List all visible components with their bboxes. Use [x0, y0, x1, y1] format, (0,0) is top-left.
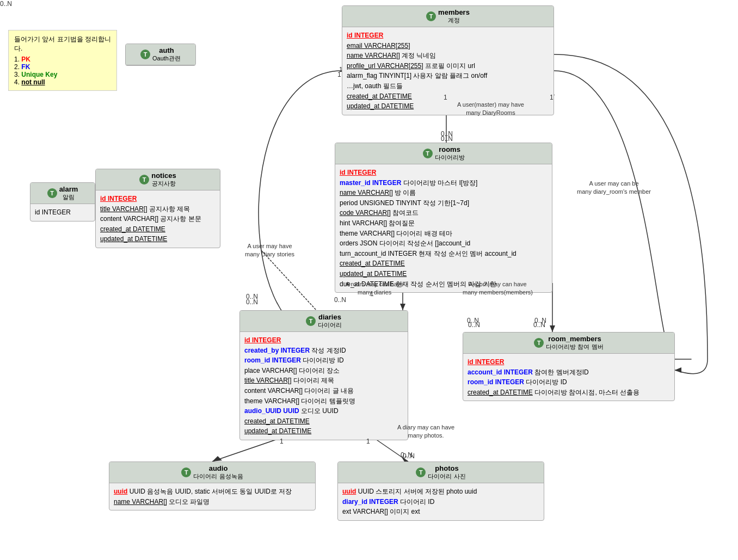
notices-title: notices [151, 171, 176, 180]
audio-badge: T [181, 467, 191, 477]
svg-marker-10 [212, 456, 222, 461]
rooms-field-6: hint VARCHAR[] 참여질문 [340, 218, 548, 229]
diaries-field-2: created_by INTEGER 작성 계정ID [244, 346, 403, 356]
rel-label-4: A room may can havemany members(members) [463, 280, 533, 297]
notices-field-1: id INTEGER [100, 194, 216, 204]
alarm-header: T alarm 알림 [30, 183, 95, 204]
entity-notices: T notices 공지사항 id INTEGER title VARCHAR[… [95, 169, 220, 248]
legend-pk: PK [21, 56, 30, 63]
rel-label-5: A user may can bemany diary_room's membe… [577, 180, 651, 196]
rel-label-2: A user may havemany Diary stories [245, 242, 294, 259]
legend-fk: FK [21, 63, 30, 71]
legend-nn: not null [21, 78, 45, 86]
notices-subtitle: 공지사항 [151, 180, 176, 188]
svg-line-6 [554, 71, 675, 359]
photos-field-3: ext VARCHAR[] 이미지 ext [342, 507, 539, 517]
diaries-subtitle: 다이어리 [318, 321, 342, 329]
svg-marker-2 [400, 304, 405, 310]
card-1-rooms-diaries: 1 [370, 290, 374, 298]
diaries-field-5: title VARCHAR[] 다이어리 제목 [244, 376, 403, 386]
photos-title: photos [435, 464, 458, 472]
card-0n-rooms: 0..N [441, 135, 453, 143]
rooms-field-9: turn_account_id INTEGER 현재 작성 순서인 멤버 acc… [340, 249, 548, 259]
audio-title: audio [209, 464, 228, 472]
rooms-field-4: period UNSIGNED TINYINT 작성 기한[1~7d] [340, 198, 548, 208]
room-members-field-1: id INTEGER [468, 357, 670, 367]
audio-field-1: uuid UUID 음성녹음 UUID, static 서버에도 동일 UUID… [114, 487, 311, 497]
auth-title: auth [159, 46, 174, 54]
photos-subtitle: 다이어리 사진 [428, 472, 465, 481]
notices-body: id INTEGER title VARCHAR[] 공지사항 제목 conte… [96, 190, 220, 248]
notices-field-3: content VARCHAR[] 공지사항 본문 [100, 214, 216, 224]
rooms-field-2: master_id INTEGER 다이어리방 마스터 I[방장] [340, 178, 548, 188]
card-0n-room-members1: 0..N [468, 321, 480, 329]
room-members-field-2: account_id INTEGER 참여한 멤버계정ID [468, 367, 670, 378]
notices-field-4: created_at DATETIME [100, 224, 216, 235]
alarm-body: id INTEGER [30, 204, 95, 221]
rooms-body: id INTEGER master_id INTEGER 다이어리방 마스터 I… [335, 164, 552, 292]
rooms-header: T rooms 다이어리방 [335, 143, 552, 164]
entity-alarm: T alarm 알림 id INTEGER [30, 182, 95, 221]
audio-body: uuid UUID 음성녹음 UUID, static 서버에도 동일 UUID… [109, 483, 315, 510]
alarm-field-1: id INTEGER [35, 207, 90, 218]
diaries-field-4: place VARCHAR[] 다이어리 장소 [244, 366, 403, 376]
notices-header: T notices 공지사항 [96, 169, 220, 190]
card-0n-diaries: 0..N [0, 0, 12, 8]
svg-marker-4 [550, 325, 555, 332]
diaries-field-10: updated_at DATETIME [244, 426, 403, 436]
diaries-title: diaries [318, 313, 341, 321]
svg-marker-7 [675, 367, 681, 373]
diaries-field-8: audio_UUID UUID 오디오 UUID [244, 406, 403, 416]
room-members-title: room_members [548, 335, 601, 343]
card-0n-room-members2: 0..N [533, 321, 545, 329]
diaries-body: id INTEGER created_by INTEGER 작성 계정ID ro… [240, 332, 408, 440]
rel-label-3: A room may can havemany diaries [346, 280, 403, 297]
audio-subtitle: 다이어리 음성녹음 [193, 472, 243, 481]
rooms-field-11: updated_at DATETIME [340, 269, 548, 279]
room-members-body: id INTEGER account_id INTEGER 참여한 멤버계정ID… [463, 354, 674, 401]
diaries-field-6: content VARCHAR[] 다이어리 글 내용 [244, 386, 403, 396]
card-1-members-rooms: 1 [337, 71, 341, 78]
photos-header: T photos 다이어리 사진 [338, 462, 544, 483]
rooms-badge: T [423, 149, 433, 158]
auth-subtitle: Oauth관련 [152, 54, 181, 63]
rel-label-1: A user(master) may havemany DiaryRooms [457, 101, 524, 118]
diagram-container: 들어가기 앞서 표기법을 정리합니다. 1. PK 2. FK 3. Uniqu… [0, 0, 738, 560]
photos-field-2: diary_id INTEGER 다이어리 ID [342, 497, 539, 507]
legend-item-1-num: 1. [14, 56, 21, 63]
diaries-field-9: created_at DATETIME [244, 416, 403, 427]
room-members-subtitle: 다이어리방 참여 멤버 [546, 343, 603, 351]
legend-uk: Unique Key [21, 71, 57, 78]
legend-item-2-num: 2. [14, 63, 21, 71]
room-members-field-3: room_id INTEGER 다이어리방 ID [468, 377, 670, 387]
alarm-subtitle: 알림 [59, 193, 78, 201]
rooms-subtitle: 다이어리방 [435, 153, 465, 162]
diaries-field-1: id INTEGER [244, 335, 403, 346]
entity-audio: T audio 다이어리 음성녹음 uuid UUID 음성녹음 UUID, s… [109, 461, 316, 510]
entity-photos: T photos 다이어리 사진 uuid UUID 스토리지 서버에 저장된 … [337, 461, 544, 521]
audio-field-2: name VARCHAR[] 오디오 파일명 [114, 497, 311, 507]
alarm-badge: T [47, 188, 57, 198]
entity-auth: T auth Oauth관련 [125, 44, 196, 66]
notices-field-5: updated_at DATETIME [100, 234, 216, 244]
entity-room-members: T room_members 다이어리방 참여 멤버 id INTEGER ac… [463, 332, 675, 401]
card-1-photos-diaries: 1 [366, 438, 370, 445]
entity-diaries: T diaries 다이어리 id INTEGER created_by INT… [239, 310, 408, 440]
photos-body: uuid UUID 스토리지 서버에 저장된 photo uuid diary_… [338, 483, 544, 520]
auth-badge: T [140, 50, 150, 59]
diaries-field-7: theme VARCHAR[] 다이어리 템플릿명 [244, 396, 403, 407]
entity-members: T members 계정 id INTEGER email VARCHAR[25… [342, 5, 554, 115]
rooms-field-5: code VARCHAR[] 참여코드 [340, 208, 548, 218]
card-0n-notices: 0..N [246, 298, 258, 306]
auth-header: T auth Oauth관련 [126, 44, 195, 65]
members-subtitle: 계정 [438, 16, 470, 24]
rooms-field-1: id INTEGER [340, 168, 548, 178]
rooms-field-8: orders JSON 다이어리 작성순서 []account_id [340, 238, 548, 249]
rooms-field-10: created_at DATETIME [340, 259, 548, 269]
svg-text:0..N: 0..N [334, 296, 346, 304]
members-field-7: created_at DATETIME [347, 91, 549, 102]
photos-field-1: uuid UUID 스토리지 서버에 저장된 photo uuid [342, 487, 539, 497]
members-field-3: name VARCHAR[] 계정 닉네임 [347, 51, 549, 61]
diaries-header: T diaries 다이어리 [240, 311, 408, 332]
members-field-1: id INTEGER [347, 30, 549, 41]
